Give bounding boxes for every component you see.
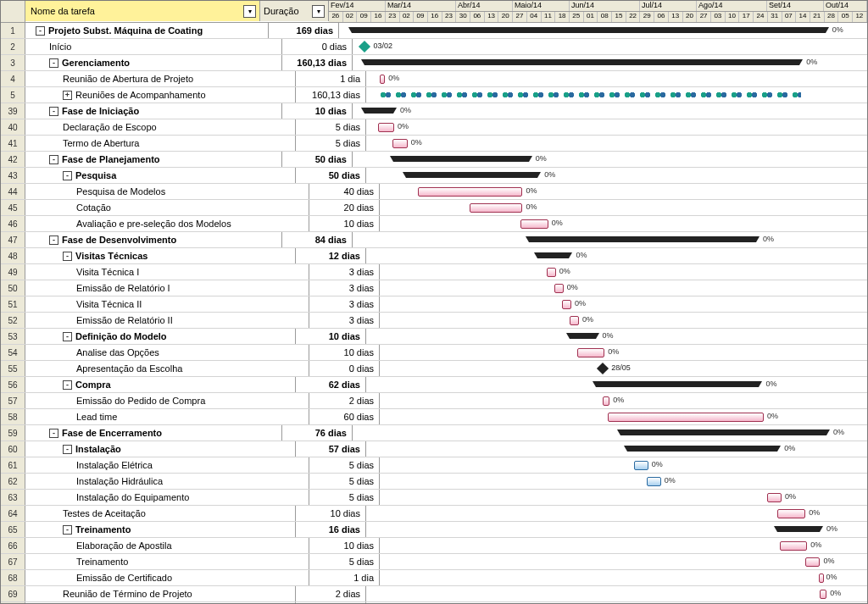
gantt-cell[interactable]: 0%	[380, 345, 867, 360]
task-name-cell[interactable]: Treinamento	[25, 554, 309, 569]
task-row[interactable]: 66Elaboração de Apostila10 dias0%	[1, 538, 867, 554]
task-bar[interactable]	[380, 75, 386, 84]
task-name-cell[interactable]: -Gerenciamento	[25, 55, 282, 70]
chevron-down-icon[interactable]: ▾	[312, 5, 325, 18]
task-row[interactable]: 57Emissão do Pedido de Compra2 dias0%	[1, 393, 867, 409]
task-row[interactable]: 70Lições Aprendidas1 dia0%	[1, 602, 867, 603]
duration-cell[interactable]: 10 dias	[309, 345, 380, 360]
task-name-cell[interactable]: Emissão do Pedido de Compra	[25, 393, 309, 408]
task-bar[interactable]	[570, 316, 579, 325]
task-name-cell[interactable]: Visita Técnica I	[25, 264, 309, 280]
task-name-cell[interactable]: -Definição do Modelo	[25, 329, 296, 344]
task-row[interactable]: 47-Fase de Desenvolvimento84 dias0%	[1, 232, 867, 248]
summary-bar[interactable]	[620, 429, 826, 435]
gantt-cell[interactable]: 0%	[353, 232, 867, 247]
task-name-cell[interactable]: Cotação	[25, 200, 309, 215]
gantt-cell[interactable]: 0%	[366, 71, 867, 86]
gantt-cell[interactable]: 0%	[353, 425, 867, 441]
duration-cell[interactable]: 169 dias	[269, 23, 339, 38]
summary-bar[interactable]	[529, 236, 756, 242]
task-row[interactable]: 41Termo de Abertura5 dias0%	[1, 136, 867, 152]
task-row[interactable]: 58Lead time60 dias0%	[1, 409, 867, 425]
task-row[interactable]: 39-Fase de Iniciação10 dias0%	[1, 103, 867, 119]
duration-cell[interactable]: 3 dias	[309, 280, 380, 296]
summary-bar[interactable]	[777, 526, 820, 532]
task-row[interactable]: 44Pesquisa de Modelos40 dias0%	[1, 184, 867, 200]
gantt-cell[interactable]: 0%	[380, 474, 867, 489]
summary-bar[interactable]	[352, 27, 826, 33]
gantt-cell[interactable]: 0%	[380, 457, 867, 473]
duration-cell[interactable]: 50 dias	[282, 152, 353, 167]
task-bar[interactable]	[392, 139, 408, 148]
outline-toggle-icon[interactable]: -	[49, 155, 58, 164]
summary-bar[interactable]	[406, 172, 538, 178]
task-name-cell[interactable]: -Fase de Encerramento	[25, 425, 282, 441]
duration-cell[interactable]: 76 dias	[282, 425, 353, 441]
gantt-cell[interactable]: 0%	[366, 329, 867, 344]
task-row[interactable]: 63Instalação do Equipamento5 dias0%	[1, 490, 867, 506]
task-row[interactable]: 1-Projeto Subst. Máquina de Coating169 d…	[1, 23, 867, 39]
task-name-cell[interactable]: -Visitas Técnicas	[25, 248, 296, 263]
task-row[interactable]: 54Analise das Opções10 dias0%	[1, 345, 867, 361]
task-name-cell[interactable]: +Reuniões de Acompanhamento	[25, 87, 296, 103]
task-name-cell[interactable]: Emissão de Certificado	[25, 570, 309, 585]
task-name-cell[interactable]: Apresentação da Escolha	[25, 361, 309, 376]
task-name-cell[interactable]: Início	[25, 39, 282, 54]
task-name-cell[interactable]: Emissão de Relatório II	[25, 313, 309, 328]
task-name-cell[interactable]: -Fase de Desenvolvimento	[25, 232, 282, 247]
task-name-cell[interactable]: Reunião de Abertura de Projeto	[25, 71, 296, 86]
duration-cell[interactable]: 3 dias	[309, 313, 380, 328]
task-name-cell[interactable]: Reunião de Término de Projeto	[25, 586, 296, 601]
task-row[interactable]: 3-Gerenciamento160,13 dias0%	[1, 55, 867, 71]
gantt-cell[interactable]: 0%	[353, 55, 867, 70]
duration-cell[interactable]: 1 dia	[309, 570, 380, 585]
task-name-cell[interactable]: Pesquisa de Modelos	[25, 184, 309, 199]
duration-header[interactable]: Duração ▾	[260, 1, 329, 21]
task-name-cell[interactable]: Declaração de Escopo	[25, 119, 296, 135]
gantt-cell[interactable]: 0%	[353, 152, 867, 167]
outline-toggle-icon[interactable]: -	[63, 171, 72, 180]
gantt-cell[interactable]: 0%	[366, 248, 867, 263]
summary-bar[interactable]	[393, 156, 529, 162]
task-row[interactable]: 2Início0 dias03/02	[1, 39, 867, 55]
gantt-cell[interactable]: 0%	[366, 136, 867, 151]
duration-cell[interactable]: 1 dia	[296, 602, 366, 603]
task-row[interactable]: 51Visita Técnica II3 dias0%	[1, 296, 867, 313]
task-name-cell[interactable]: -Projeto Subst. Máquina de Coating	[25, 23, 269, 38]
gantt-cell[interactable]: 0%	[366, 506, 867, 521]
duration-cell[interactable]: 5 dias	[309, 474, 380, 489]
task-bar[interactable]	[780, 541, 807, 551]
task-row[interactable]: 43-Pesquisa50 dias0%	[1, 168, 867, 184]
outline-toggle-icon[interactable]: -	[63, 445, 72, 454]
gantt-cell[interactable]: 0%	[380, 216, 867, 231]
duration-cell[interactable]: 0 dias	[309, 361, 380, 376]
gantt-cell[interactable]: 0%	[380, 296, 867, 312]
duration-cell[interactable]: 10 dias	[282, 103, 353, 119]
duration-cell[interactable]: 10 dias	[309, 216, 380, 231]
task-row[interactable]: 52Emissão de Relatório II3 dias0%	[1, 313, 867, 329]
task-row[interactable]: 67Treinamento5 dias0%	[1, 554, 867, 570]
summary-bar[interactable]	[364, 59, 799, 65]
task-row[interactable]: 49Visita Técnica I3 dias0%	[1, 264, 867, 280]
duration-cell[interactable]: 50 dias	[296, 168, 366, 183]
gantt-cell[interactable]: 0%	[366, 522, 867, 537]
task-bar[interactable]	[378, 123, 394, 132]
task-name-cell[interactable]: -Treinamento	[25, 522, 296, 537]
milestone-icon[interactable]	[597, 363, 609, 374]
gantt-cell[interactable]: 03/02	[353, 39, 867, 54]
duration-cell[interactable]: 10 dias	[296, 329, 366, 344]
task-name-cell[interactable]: Testes de Aceitação	[25, 506, 296, 521]
duration-cell[interactable]: 5 dias	[309, 457, 380, 473]
task-name-cell[interactable]: Lições Aprendidas	[25, 602, 296, 603]
task-name-cell[interactable]: -Pesquisa	[25, 168, 296, 183]
gantt-cell[interactable]: 28/05	[380, 361, 867, 376]
gantt-cell[interactable]: 0%	[366, 586, 867, 601]
task-name-cell[interactable]: -Fase de Iniciação	[25, 103, 282, 119]
chevron-down-icon[interactable]: ▾	[243, 5, 256, 18]
task-name-cell[interactable]: -Compra	[25, 377, 296, 392]
outline-toggle-icon[interactable]: -	[36, 26, 45, 36]
summary-bar[interactable]	[596, 381, 760, 387]
task-row[interactable]: 48-Visitas Técnicas12 dias0%	[1, 248, 867, 264]
gantt-cell[interactable]: 0%	[380, 554, 867, 569]
task-row[interactable]: 45Cotação20 dias0%	[1, 200, 867, 216]
